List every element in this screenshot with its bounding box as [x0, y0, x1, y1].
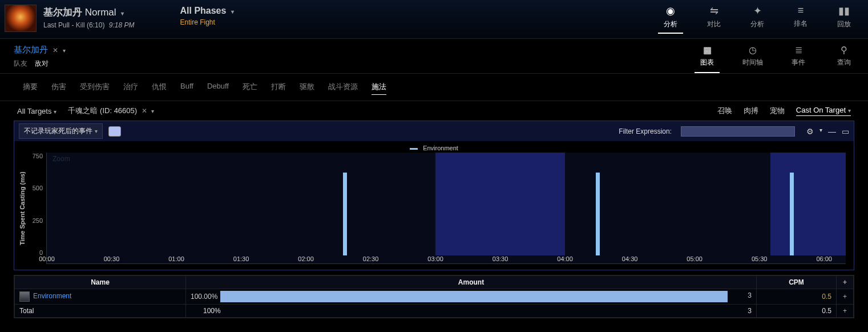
x-axis-ticks: 00:0000:3001:0001:3002:0002:3003:0003:30… [47, 255, 846, 263]
minimize-icon[interactable]: — [828, 127, 836, 136]
boss-name: 基尔加丹 [43, 7, 82, 18]
second-bar: 基尔加丹 ✕ 队友 敌对 ▦图表◷时间轴≣事件⚲查询 [0, 39, 868, 73]
metric-tab[interactable]: 施法 [372, 79, 386, 95]
death-filter-dropdown[interactable]: 不记录玩家死后的事件 [19, 123, 103, 139]
y-axis-ticks: 0250500750 [27, 153, 46, 264]
cast-mode-option[interactable]: Cast On Target [796, 106, 851, 116]
cast-bar [343, 173, 347, 255]
cast-mode-option[interactable]: 宠物 [770, 106, 785, 116]
side-hostile[interactable]: 敌对 [35, 59, 49, 67]
table-row[interactable]: Environment100.00%30.5+ [15, 289, 854, 305]
phase-selector[interactable]: All Phases [180, 6, 233, 16]
col-name[interactable]: Name [15, 276, 186, 289]
maximize-icon[interactable]: ▭ [842, 127, 849, 136]
metric-tab[interactable]: 治疗 [123, 79, 138, 95]
metric-tab[interactable]: 摘要 [23, 79, 38, 95]
chart-frame: 不记录玩家死后的事件 Filter Expression: ⚙▾ — ▭ Env… [14, 121, 854, 270]
expand-button[interactable]: + [837, 289, 854, 305]
side-friendly[interactable]: 队友 [14, 59, 27, 67]
metric-tab[interactable]: 战斗资源 [328, 79, 358, 95]
filter-expression-label: Filter Expression: [619, 127, 672, 135]
metric-tab[interactable]: 驱散 [300, 79, 314, 95]
pull-duration: (6:10) [87, 21, 104, 29]
table-total-row: Total100%30.5+ [15, 305, 854, 318]
view-query[interactable]: ⚲查询 [831, 45, 857, 73]
pull-label: Last Pull [43, 21, 70, 29]
view-timeline[interactable]: ◷时间轴 [740, 45, 765, 73]
zoom-label: Zoom [53, 155, 70, 163]
nav-analyze2[interactable]: ✦分析 [745, 5, 770, 34]
metric-tab[interactable]: Debuff [207, 79, 229, 95]
top-bar: 基尔加丹 Normal Last Pull - Kill (6:10) 9:18… [0, 0, 868, 39]
view-events-icon: ≣ [786, 45, 811, 55]
view-events[interactable]: ≣事件 [786, 45, 811, 73]
metric-tabs: 摘要伤害受到伤害治疗仇恨BuffDebuff死亡打断驱散战斗资源施法 [0, 73, 868, 101]
pull-result: Kill [76, 21, 85, 29]
nav-rankings[interactable]: ≡排名 [788, 5, 813, 34]
gear-icon[interactable]: ⚙ [806, 127, 814, 136]
metric-tab[interactable]: Buff [180, 79, 193, 95]
legend-label: Environment [423, 145, 458, 151]
boss-filter-link[interactable]: 基尔加丹 ✕ [14, 45, 66, 55]
filter-row: All Targets 千魂之暗 (ID: 46605) ✕ 召唤肉搏宠物Cas… [0, 101, 868, 121]
chart-legend: Environment [14, 141, 854, 153]
data-table: Name Amount CPM + Environment100.00%30.5… [14, 275, 854, 318]
nav-rankings-icon: ≡ [788, 5, 813, 17]
col-expand[interactable]: + [837, 276, 854, 289]
col-cpm[interactable]: CPM [757, 276, 837, 289]
phase-highlight [770, 153, 846, 255]
cast-mode-option[interactable]: 召唤 [717, 106, 732, 116]
nav-compare[interactable]: ⇋对比 [701, 5, 726, 34]
metric-tab[interactable]: 仇恨 [152, 79, 167, 95]
targets-dropdown[interactable]: All Targets [17, 107, 56, 115]
col-amount[interactable]: Amount [186, 276, 757, 289]
view-chart-icon: ▦ [695, 45, 720, 55]
close-icon[interactable]: ✕ [142, 107, 147, 115]
metric-tab[interactable]: 打断 [271, 79, 286, 95]
nav-analyze2-icon: ✦ [745, 5, 770, 17]
pull-time: 9:18 PM [109, 21, 135, 29]
nav-compare-icon: ⇋ [701, 5, 726, 17]
cast-bar [790, 173, 794, 255]
actor-icon [19, 291, 30, 302]
view-chart[interactable]: ▦图表 [695, 45, 720, 73]
cast-mode-option[interactable]: 肉搏 [744, 106, 758, 116]
metric-tab[interactable]: 死亡 [243, 79, 257, 95]
nav-analyze-icon: ◉ [658, 5, 683, 17]
legend-swatch [410, 148, 418, 150]
boss-thumbnail [5, 5, 37, 32]
pull-info: 基尔加丹 Normal Last Pull - Kill (6:10) 9:18… [43, 5, 134, 29]
chart-plot[interactable]: Zoom 00:0000:3001:0001:3002:0002:3003:00… [46, 153, 846, 264]
view-timeline-icon: ◷ [740, 45, 765, 55]
filter-expression-input[interactable] [681, 126, 795, 137]
phase-block: All Phases Entire Fight [180, 5, 233, 26]
close-icon[interactable]: ✕ [53, 46, 58, 54]
pull-selector[interactable]: 基尔加丹 Normal [43, 6, 134, 19]
ability-filter[interactable]: 千魂之暗 (ID: 46605) ✕ [68, 106, 154, 116]
cast-bar [596, 173, 600, 255]
difficulty: Normal [85, 7, 116, 18]
chart-toolbar: 不记录玩家死后的事件 Filter Expression: ⚙▾ — ▭ [14, 121, 854, 141]
actor-link[interactable]: Environment [33, 292, 71, 300]
y-axis-label: Time Spent Casting (ms) [18, 153, 27, 264]
nav-analyze[interactable]: ◉分析 [658, 5, 683, 34]
view-query-icon: ⚲ [831, 45, 857, 55]
pin-chip[interactable] [108, 126, 121, 137]
phase-highlight [435, 153, 565, 255]
expand-button[interactable]: + [837, 305, 854, 318]
phase-sub: Entire Fight [180, 18, 233, 26]
nav-replay-icon: ▮▮ [831, 5, 857, 17]
metric-tab[interactable]: 受到伤害 [80, 79, 110, 95]
metric-tab[interactable]: 伤害 [51, 79, 66, 95]
nav-replay[interactable]: ▮▮回放 [831, 5, 857, 34]
